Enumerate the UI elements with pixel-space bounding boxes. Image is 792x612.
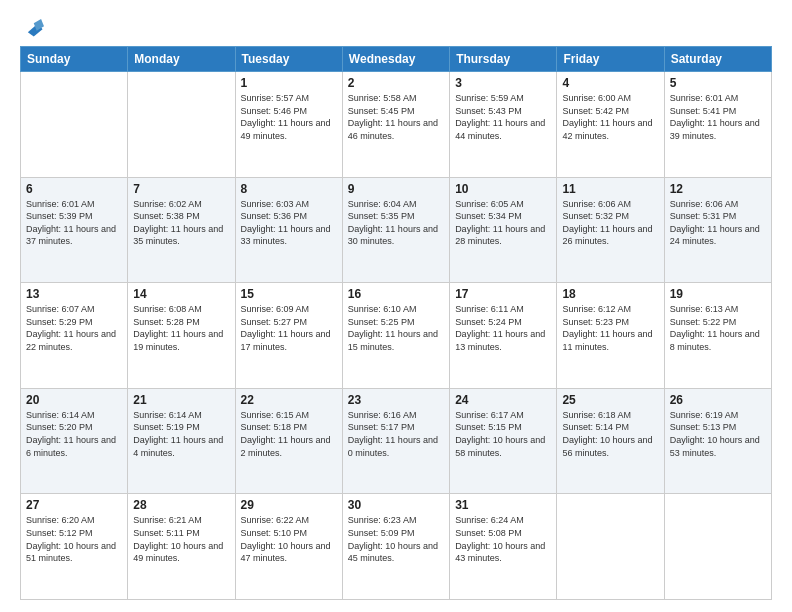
calendar-cell: 24Sunrise: 6:17 AMSunset: 5:15 PMDayligh…	[450, 388, 557, 494]
day-number: 9	[348, 182, 444, 196]
day-info: Sunrise: 6:04 AMSunset: 5:35 PMDaylight:…	[348, 198, 444, 248]
weekday-header-sunday: Sunday	[21, 47, 128, 72]
day-info: Sunrise: 6:01 AMSunset: 5:39 PMDaylight:…	[26, 198, 122, 248]
day-info: Sunrise: 6:00 AMSunset: 5:42 PMDaylight:…	[562, 92, 658, 142]
calendar-cell: 11Sunrise: 6:06 AMSunset: 5:32 PMDayligh…	[557, 177, 664, 283]
day-info: Sunrise: 6:05 AMSunset: 5:34 PMDaylight:…	[455, 198, 551, 248]
calendar-cell: 7Sunrise: 6:02 AMSunset: 5:38 PMDaylight…	[128, 177, 235, 283]
day-number: 6	[26, 182, 122, 196]
page: SundayMondayTuesdayWednesdayThursdayFrid…	[0, 0, 792, 612]
calendar-cell: 19Sunrise: 6:13 AMSunset: 5:22 PMDayligh…	[664, 283, 771, 389]
day-number: 20	[26, 393, 122, 407]
day-info: Sunrise: 5:57 AMSunset: 5:46 PMDaylight:…	[241, 92, 337, 142]
calendar-cell: 13Sunrise: 6:07 AMSunset: 5:29 PMDayligh…	[21, 283, 128, 389]
calendar-cell	[21, 72, 128, 178]
day-number: 4	[562, 76, 658, 90]
day-number: 26	[670, 393, 766, 407]
calendar-cell: 22Sunrise: 6:15 AMSunset: 5:18 PMDayligh…	[235, 388, 342, 494]
calendar-cell: 26Sunrise: 6:19 AMSunset: 5:13 PMDayligh…	[664, 388, 771, 494]
day-info: Sunrise: 6:14 AMSunset: 5:19 PMDaylight:…	[133, 409, 229, 459]
day-number: 1	[241, 76, 337, 90]
day-number: 12	[670, 182, 766, 196]
day-number: 28	[133, 498, 229, 512]
day-info: Sunrise: 6:11 AMSunset: 5:24 PMDaylight:…	[455, 303, 551, 353]
day-number: 22	[241, 393, 337, 407]
calendar-cell: 5Sunrise: 6:01 AMSunset: 5:41 PMDaylight…	[664, 72, 771, 178]
day-info: Sunrise: 6:06 AMSunset: 5:31 PMDaylight:…	[670, 198, 766, 248]
day-number: 25	[562, 393, 658, 407]
calendar-cell: 8Sunrise: 6:03 AMSunset: 5:36 PMDaylight…	[235, 177, 342, 283]
day-info: Sunrise: 6:01 AMSunset: 5:41 PMDaylight:…	[670, 92, 766, 142]
day-number: 10	[455, 182, 551, 196]
header	[20, 16, 772, 38]
day-info: Sunrise: 5:58 AMSunset: 5:45 PMDaylight:…	[348, 92, 444, 142]
day-info: Sunrise: 6:19 AMSunset: 5:13 PMDaylight:…	[670, 409, 766, 459]
calendar-cell: 25Sunrise: 6:18 AMSunset: 5:14 PMDayligh…	[557, 388, 664, 494]
calendar-cell: 15Sunrise: 6:09 AMSunset: 5:27 PMDayligh…	[235, 283, 342, 389]
day-info: Sunrise: 6:23 AMSunset: 5:09 PMDaylight:…	[348, 514, 444, 564]
calendar-cell: 12Sunrise: 6:06 AMSunset: 5:31 PMDayligh…	[664, 177, 771, 283]
calendar-cell: 30Sunrise: 6:23 AMSunset: 5:09 PMDayligh…	[342, 494, 449, 600]
day-number: 23	[348, 393, 444, 407]
weekday-header-wednesday: Wednesday	[342, 47, 449, 72]
calendar-cell: 21Sunrise: 6:14 AMSunset: 5:19 PMDayligh…	[128, 388, 235, 494]
weekday-header-friday: Friday	[557, 47, 664, 72]
day-number: 13	[26, 287, 122, 301]
weekday-header-thursday: Thursday	[450, 47, 557, 72]
calendar-cell: 20Sunrise: 6:14 AMSunset: 5:20 PMDayligh…	[21, 388, 128, 494]
day-info: Sunrise: 6:16 AMSunset: 5:17 PMDaylight:…	[348, 409, 444, 459]
day-info: Sunrise: 6:13 AMSunset: 5:22 PMDaylight:…	[670, 303, 766, 353]
day-info: Sunrise: 6:21 AMSunset: 5:11 PMDaylight:…	[133, 514, 229, 564]
day-number: 18	[562, 287, 658, 301]
weekday-header-saturday: Saturday	[664, 47, 771, 72]
day-number: 31	[455, 498, 551, 512]
day-number: 30	[348, 498, 444, 512]
calendar-cell: 9Sunrise: 6:04 AMSunset: 5:35 PMDaylight…	[342, 177, 449, 283]
day-number: 24	[455, 393, 551, 407]
weekday-header-monday: Monday	[128, 47, 235, 72]
day-number: 29	[241, 498, 337, 512]
day-info: Sunrise: 6:02 AMSunset: 5:38 PMDaylight:…	[133, 198, 229, 248]
day-info: Sunrise: 6:12 AMSunset: 5:23 PMDaylight:…	[562, 303, 658, 353]
calendar-cell: 17Sunrise: 6:11 AMSunset: 5:24 PMDayligh…	[450, 283, 557, 389]
day-number: 14	[133, 287, 229, 301]
day-info: Sunrise: 6:20 AMSunset: 5:12 PMDaylight:…	[26, 514, 122, 564]
day-number: 15	[241, 287, 337, 301]
day-info: Sunrise: 6:14 AMSunset: 5:20 PMDaylight:…	[26, 409, 122, 459]
calendar-cell: 14Sunrise: 6:08 AMSunset: 5:28 PMDayligh…	[128, 283, 235, 389]
day-number: 27	[26, 498, 122, 512]
calendar-cell: 1Sunrise: 5:57 AMSunset: 5:46 PMDaylight…	[235, 72, 342, 178]
day-info: Sunrise: 6:15 AMSunset: 5:18 PMDaylight:…	[241, 409, 337, 459]
calendar-cell: 31Sunrise: 6:24 AMSunset: 5:08 PMDayligh…	[450, 494, 557, 600]
calendar-cell: 29Sunrise: 6:22 AMSunset: 5:10 PMDayligh…	[235, 494, 342, 600]
calendar-cell: 18Sunrise: 6:12 AMSunset: 5:23 PMDayligh…	[557, 283, 664, 389]
calendar-table: SundayMondayTuesdayWednesdayThursdayFrid…	[20, 46, 772, 600]
day-number: 21	[133, 393, 229, 407]
calendar-cell: 4Sunrise: 6:00 AMSunset: 5:42 PMDaylight…	[557, 72, 664, 178]
day-number: 16	[348, 287, 444, 301]
calendar-cell	[664, 494, 771, 600]
calendar-cell: 10Sunrise: 6:05 AMSunset: 5:34 PMDayligh…	[450, 177, 557, 283]
calendar-cell: 6Sunrise: 6:01 AMSunset: 5:39 PMDaylight…	[21, 177, 128, 283]
day-info: Sunrise: 5:59 AMSunset: 5:43 PMDaylight:…	[455, 92, 551, 142]
calendar-cell	[557, 494, 664, 600]
logo-icon	[22, 16, 44, 38]
day-number: 2	[348, 76, 444, 90]
day-info: Sunrise: 6:10 AMSunset: 5:25 PMDaylight:…	[348, 303, 444, 353]
day-info: Sunrise: 6:08 AMSunset: 5:28 PMDaylight:…	[133, 303, 229, 353]
day-info: Sunrise: 6:17 AMSunset: 5:15 PMDaylight:…	[455, 409, 551, 459]
day-info: Sunrise: 6:06 AMSunset: 5:32 PMDaylight:…	[562, 198, 658, 248]
day-number: 3	[455, 76, 551, 90]
calendar-cell: 23Sunrise: 6:16 AMSunset: 5:17 PMDayligh…	[342, 388, 449, 494]
calendar-cell: 2Sunrise: 5:58 AMSunset: 5:45 PMDaylight…	[342, 72, 449, 178]
day-info: Sunrise: 6:24 AMSunset: 5:08 PMDaylight:…	[455, 514, 551, 564]
calendar-cell: 27Sunrise: 6:20 AMSunset: 5:12 PMDayligh…	[21, 494, 128, 600]
day-info: Sunrise: 6:18 AMSunset: 5:14 PMDaylight:…	[562, 409, 658, 459]
calendar-cell: 28Sunrise: 6:21 AMSunset: 5:11 PMDayligh…	[128, 494, 235, 600]
day-number: 5	[670, 76, 766, 90]
calendar-cell	[128, 72, 235, 178]
day-info: Sunrise: 6:03 AMSunset: 5:36 PMDaylight:…	[241, 198, 337, 248]
day-number: 8	[241, 182, 337, 196]
day-info: Sunrise: 6:07 AMSunset: 5:29 PMDaylight:…	[26, 303, 122, 353]
day-number: 7	[133, 182, 229, 196]
